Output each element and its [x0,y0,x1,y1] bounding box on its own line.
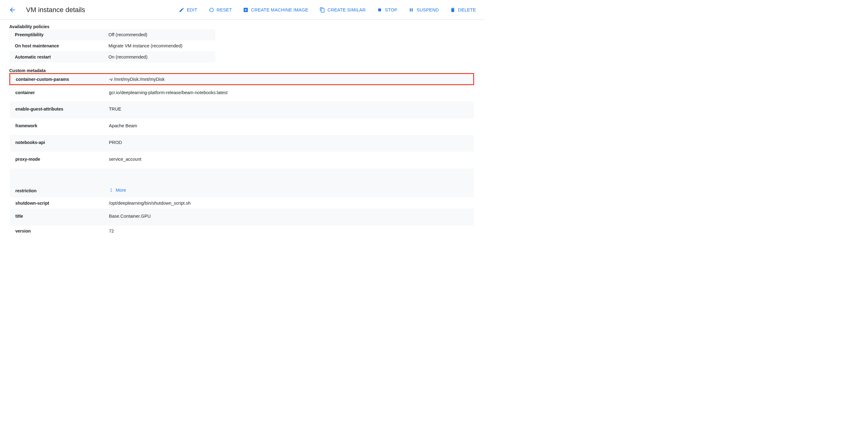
table-row: On host maintenance Migrate VM instance … [9,40,215,52]
delete-label: DELETE [458,7,476,12]
delete-button[interactable]: DELETE [450,7,476,13]
table-row-highlighted: container-custom-params -v /mnt/myDisk:/… [10,74,474,85]
trash-icon [450,7,456,13]
pencil-icon [179,7,184,13]
edit-button[interactable]: EDIT [179,7,197,13]
availability-section-title: Availability policies [9,24,474,29]
row-value: PROD [109,135,474,152]
content-area: Availability policies Preemptibility Off… [0,20,484,243]
table-row: container gcr.io/deeplearning-platform-r… [10,85,474,102]
create-machine-image-label: CREATE MACHINE IMAGE [251,7,308,12]
table-row: title Base.Container.GPU [10,209,474,226]
back-button[interactable] [7,5,18,15]
stop-button[interactable]: STOP [377,7,397,13]
row-key: Preemptibility [9,29,108,40]
stop-label: STOP [385,7,397,12]
create-similar-button[interactable]: CREATE SIMILAR [319,7,366,13]
table-row: shutdown-script /opt/deeplearning/bin/sh… [10,198,474,209]
row-key: version [10,226,109,237]
row-value: gcr.io/deeplearning-platform-release/bea… [109,85,474,102]
row-value: Base.Container.GPU [109,209,474,226]
row-key: On host maintenance [9,40,108,52]
row-key: notebooks-api [10,135,109,152]
row-value: Off (recommended) [108,29,215,40]
arrow-left-icon [9,6,16,13]
add-box-icon [243,7,249,13]
suspend-label: SUSPEND [416,7,439,12]
pause-icon [408,7,414,13]
create-similar-label: CREATE SIMILAR [328,7,366,12]
row-value: On (recommended) [108,52,215,63]
row-value: Migrate VM instance (recommended) [108,40,215,52]
row-value: -v /mnt/myDisk:/mnt/myDisk [109,74,474,85]
row-key: proxy-mode [10,152,109,168]
row-key: enable-guest-attributes [10,102,109,118]
row-value: /opt/deeplearning/bin/shutdown_script.sh [109,198,474,209]
table-row: version 72 [10,226,474,237]
page-title: VM instance details [26,6,85,14]
reset-button[interactable]: RESET [209,7,232,13]
table-row: restriction More [10,168,474,198]
reset-label: RESET [217,7,232,12]
action-bar: EDIT RESET CREATE MACHINE IMAGE CREATE S… [179,7,476,13]
row-value: 72 [109,226,474,237]
row-value: TRUE [109,102,474,118]
table-row: proxy-mode service_account [10,152,474,168]
row-value: service_account [109,152,474,168]
row-key: title [10,209,109,226]
row-key: shutdown-script [10,198,109,209]
suspend-button[interactable]: SUSPEND [408,7,439,13]
metadata-section-title: Custom metadata [9,68,474,73]
table-row: enable-guest-attributes TRUE [10,102,474,118]
create-machine-image-button[interactable]: CREATE MACHINE IMAGE [243,7,308,13]
row-key: container [10,85,109,102]
metadata-table: container-custom-params -v /mnt/myDisk:/… [9,73,474,237]
row-value: Apache Beam [109,118,474,135]
row-key: framework [10,118,109,135]
stop-icon [377,7,382,13]
row-key: restriction [10,168,109,198]
more-link[interactable]: More [109,188,126,193]
table-row: notebooks-api PROD [10,135,474,152]
row-key: container-custom-params [10,74,109,85]
table-row: framework Apache Beam [10,118,474,135]
more-label: More [116,188,126,193]
expand-icon [109,188,114,192]
reset-icon [209,7,214,13]
header-bar: VM instance details EDIT RESET CREATE MA… [0,0,484,20]
availability-table: Preemptibility Off (recommended) On host… [9,29,215,63]
table-row: Automatic restart On (recommended) [9,52,215,63]
row-value: More [109,168,474,198]
table-row: Preemptibility Off (recommended) [9,29,215,40]
copy-icon [319,7,325,13]
edit-label: EDIT [187,7,197,12]
row-key: Automatic restart [9,52,108,63]
